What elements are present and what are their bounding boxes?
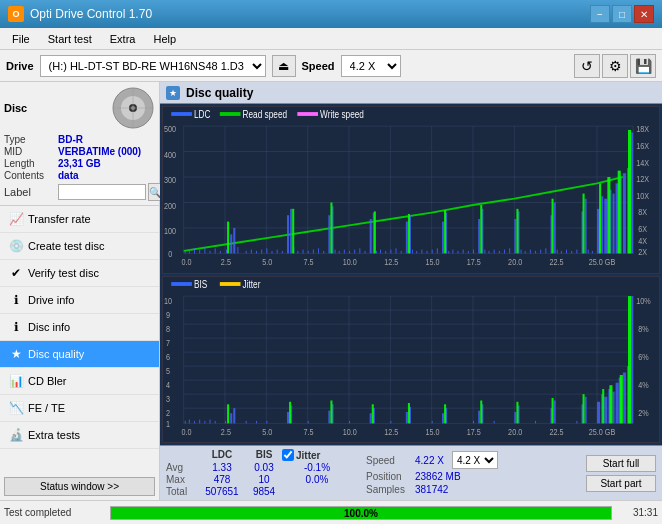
- bis-total-value: 9854: [246, 486, 282, 497]
- jitter-col-header: Jitter: [296, 450, 320, 461]
- nav-create-test-disc[interactable]: 💿 Create test disc: [0, 233, 159, 260]
- nav-cd-bler[interactable]: 📊 CD Bler: [0, 368, 159, 395]
- avg-row-label: Avg: [166, 462, 198, 473]
- svg-rect-262: [597, 401, 600, 423]
- svg-rect-277: [444, 404, 446, 423]
- nav-disc-quality[interactable]: ★ Disc quality: [0, 341, 159, 368]
- svg-text:8%: 8%: [638, 324, 648, 334]
- drive-label: Drive: [6, 60, 34, 72]
- svg-rect-235: [266, 420, 267, 423]
- svg-rect-158: [330, 202, 332, 253]
- content-area: ★ Disc quality LDC Read speed Write spee…: [160, 82, 662, 500]
- svg-rect-245: [406, 411, 408, 422]
- svg-rect-226: [199, 419, 200, 423]
- start-full-button[interactable]: Start full: [586, 455, 656, 472]
- svg-rect-148: [604, 199, 607, 254]
- nav-disc-info[interactable]: ℹ Disc info: [0, 314, 159, 341]
- svg-text:20.0: 20.0: [508, 427, 523, 437]
- close-button[interactable]: ✕: [634, 5, 654, 23]
- action-buttons: Start full Start part: [586, 455, 656, 492]
- svg-text:17.5: 17.5: [467, 257, 482, 267]
- disc-label-input[interactable]: [58, 184, 146, 200]
- svg-text:2%: 2%: [638, 408, 648, 418]
- refresh-button[interactable]: ↺: [574, 54, 600, 78]
- svg-rect-230: [225, 420, 226, 423]
- svg-rect-58: [189, 250, 190, 254]
- app-icon: O: [8, 6, 24, 22]
- nav-verify-test-disc-label: Verify test disc: [28, 267, 99, 279]
- svg-rect-269: [623, 372, 626, 423]
- start-part-button[interactable]: Start part: [586, 475, 656, 492]
- bis-col-header: BIS: [246, 449, 282, 461]
- svg-rect-239: [328, 410, 330, 423]
- speed-select[interactable]: 4.2 X: [341, 55, 401, 77]
- svg-text:10.0: 10.0: [343, 427, 358, 437]
- svg-text:LDC: LDC: [194, 110, 211, 121]
- svg-rect-234: [256, 420, 257, 423]
- menu-extra[interactable]: Extra: [102, 29, 144, 49]
- menu-start-test[interactable]: Start test: [40, 29, 100, 49]
- contents-value: data: [58, 170, 79, 181]
- svg-text:22.5: 22.5: [549, 257, 564, 267]
- nav-drive-info[interactable]: ℹ Drive info: [0, 287, 159, 314]
- position-label: Position: [366, 471, 411, 482]
- eject-button[interactable]: ⏏: [272, 55, 296, 77]
- svg-text:10%: 10%: [636, 296, 650, 306]
- svg-rect-111: [442, 222, 444, 254]
- svg-rect-276: [408, 403, 410, 423]
- svg-rect-137: [557, 250, 558, 254]
- svg-rect-167: [607, 177, 610, 253]
- disc-panel: Disc Type BD-R MID VERBATIMe (000): [0, 82, 159, 206]
- svg-rect-141: [576, 250, 577, 254]
- svg-text:6%: 6%: [638, 352, 648, 362]
- minimize-button[interactable]: −: [590, 5, 610, 23]
- svg-text:8X: 8X: [638, 208, 647, 218]
- disc-quality-icon: ★: [8, 346, 24, 362]
- svg-rect-130: [525, 251, 526, 254]
- svg-rect-250: [473, 420, 474, 423]
- svg-rect-133: [540, 250, 541, 254]
- disc-quality-title: Disc quality: [186, 86, 253, 100]
- nav-transfer-rate-label: Transfer rate: [28, 213, 91, 225]
- svg-rect-225: [194, 420, 195, 423]
- nav-fe-te[interactable]: 📉 FE / TE: [0, 395, 159, 422]
- svg-text:0: 0: [168, 250, 172, 260]
- nav-create-test-disc-label: Create test disc: [28, 240, 104, 252]
- menu-file[interactable]: File: [4, 29, 38, 49]
- save-button[interactable]: 💾: [630, 54, 656, 78]
- svg-rect-57: [185, 251, 186, 254]
- svg-rect-110: [437, 248, 438, 253]
- menu-help[interactable]: Help: [145, 29, 184, 49]
- svg-rect-168: [618, 171, 621, 254]
- svg-text:12.5: 12.5: [384, 257, 399, 267]
- svg-rect-159: [374, 211, 376, 253]
- svg-rect-261: [585, 396, 587, 423]
- jitter-checkbox[interactable]: [282, 449, 294, 461]
- svg-rect-76: [282, 251, 283, 254]
- svg-text:5.0: 5.0: [262, 257, 272, 267]
- speed-stat-select[interactable]: 4.2 X: [452, 451, 498, 469]
- svg-rect-117: [468, 251, 469, 254]
- svg-rect-122: [489, 251, 490, 254]
- nav-extra-tests[interactable]: 🔬 Extra tests: [0, 422, 159, 449]
- svg-rect-229: [215, 420, 216, 423]
- svg-rect-84: [318, 248, 319, 253]
- svg-rect-134: [545, 248, 546, 253]
- svg-rect-72: [261, 250, 262, 254]
- nav-verify-test-disc[interactable]: ✔ Verify test disc: [0, 260, 159, 287]
- svg-rect-274: [330, 400, 332, 423]
- svg-rect-109: [432, 250, 433, 254]
- drive-select[interactable]: (H:) HL-DT-ST BD-RE WH16NS48 1.D3: [40, 55, 266, 77]
- status-window-button[interactable]: Status window >>: [4, 477, 155, 496]
- nav-transfer-rate[interactable]: 📈 Transfer rate: [0, 206, 159, 233]
- svg-text:2.5: 2.5: [221, 257, 231, 267]
- verify-test-disc-icon: ✔: [8, 265, 24, 281]
- svg-rect-169: [628, 130, 631, 253]
- svg-rect-160: [408, 214, 410, 253]
- svg-rect-99: [385, 251, 386, 254]
- svg-text:9: 9: [166, 310, 170, 320]
- svg-text:10: 10: [164, 296, 172, 306]
- maximize-button[interactable]: □: [612, 5, 632, 23]
- svg-rect-165: [583, 194, 585, 254]
- settings-button[interactable]: ⚙: [602, 54, 628, 78]
